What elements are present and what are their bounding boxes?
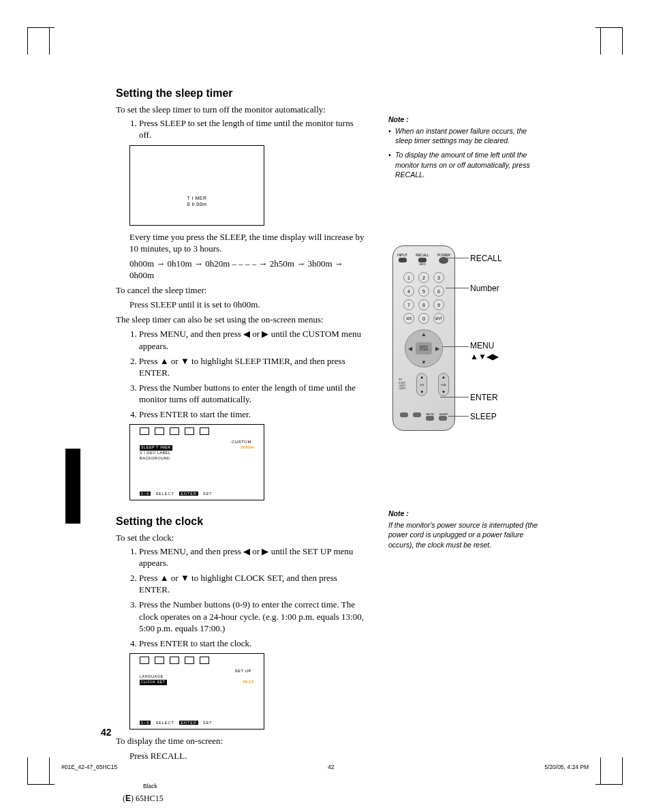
remote-illustration: INPUT RECALLINFO POWER 123 456 789 1000E… <box>392 245 455 431</box>
clock-step-3: Press the Number buttons (0-9) to enter … <box>139 599 368 635</box>
clock-step-1: Press MENU, and then press ◀ or ▶ until … <box>139 545 368 569</box>
footer-page: 42 <box>328 764 334 770</box>
osd-row-clock-val: 09:25 <box>243 680 254 685</box>
menu-step-2: Press ▲ or ▼ to highlight SLEEP TIMER, a… <box>139 355 368 379</box>
footer-file: #01E_42-47_65HC15 <box>61 764 117 770</box>
clock-step-2: Press ▲ or ▼ to highlight CLOCK SET, and… <box>139 572 368 596</box>
note-2-heading: Note : <box>388 509 542 519</box>
remote-label-arrows: ▲▼◀▶ <box>470 352 499 361</box>
dpad-icon: ▲▼◀▶ MENUENTER <box>405 329 443 367</box>
time-sequence: 0h00m → 0h10m → 0h20m – – – – → 2h50m → … <box>129 258 368 282</box>
osd-row-sleep: SLEEP T IMER <box>140 445 172 451</box>
menu-step-4: Press ENTER to start the timer. <box>139 408 368 421</box>
cancel-text: Press SLEEP until it is set to 0h00m. <box>129 299 368 311</box>
heading-clock: Setting the clock <box>116 515 368 528</box>
menu-step-1: Press MENU, and then press ◀ or ▶ until … <box>139 328 368 352</box>
heading-sleep-timer: Setting the sleep timer <box>116 87 368 100</box>
side-tab-bg <box>65 449 80 524</box>
side-tab: Operating your Monitor <box>74 370 93 451</box>
osd-timer-value: 0 h 00m <box>130 201 264 207</box>
footer-black: Black <box>143 783 157 790</box>
osd-custom-box: CUSTOM SLEEP T IMER2h00m V I DEO LABEL B… <box>129 424 264 500</box>
note-2: Note : If the monitor's power source is … <box>388 509 542 550</box>
footer-trim: #01E_42-47_65HC15 42 5/20/05, 4:24 PM <box>61 764 589 770</box>
remote-label-enter: ENTER <box>470 393 498 402</box>
also-text: The sleep timer can also be set using th… <box>116 314 368 326</box>
intro-2: To set the clock: <box>116 532 368 544</box>
osd-row-video: V I DEO LABEL <box>140 451 170 456</box>
clock-step-4: Press ENTER to start the clock. <box>139 637 368 650</box>
note-2-text: If the monitor's power source is interru… <box>388 520 542 550</box>
footer-model: (E) 65HC15 <box>123 794 164 804</box>
note-1a: When an instant power failure occurs, th… <box>388 126 542 146</box>
display-time-text: Press RECALL. <box>129 750 368 762</box>
osd-row-language: LANGUAGE <box>140 674 164 680</box>
remote-label-menu: MENU <box>470 341 494 350</box>
after-1a: Every time you press the SLEEP, the time… <box>129 231 368 255</box>
osd-timer-box: T I MER 0 h 00m <box>129 145 264 226</box>
osd-setup-box: SET UP LANGUAGE CLOCK SET09:25 0~9: SELE… <box>129 653 264 730</box>
osd-timer-label: T I MER <box>130 195 264 201</box>
remote-label-sleep: SLEEP <box>470 412 497 421</box>
osd-setup-title: SET UP <box>234 669 251 673</box>
osd-row-bg: BACKGROUND <box>140 456 170 462</box>
menu-step-3: Press the Number buttons to enter the le… <box>139 382 368 406</box>
step-1: Press SLEEP to set the length of time un… <box>139 117 368 141</box>
remote-label-recall: RECALL <box>470 254 502 263</box>
osd-custom-title: CUSTOM <box>232 440 251 444</box>
note-1b: To display the amount of time left until… <box>388 150 542 180</box>
footer-date: 5/20/05, 4:24 PM <box>544 764 589 770</box>
intro-1: To set the sleep timer to turn off the m… <box>116 104 368 116</box>
note-1: Note : When an instant power failure occ… <box>388 115 542 184</box>
note-1-heading: Note : <box>388 115 542 125</box>
remote-label-number: Number <box>470 284 499 293</box>
osd-row-clock: CLOCK SET <box>140 680 167 685</box>
cancel-heading: To cancel the sleep timer: <box>116 284 368 297</box>
osd-row-sleep-val: 2h00m <box>241 445 254 451</box>
page-number: 42 <box>101 727 112 738</box>
display-time-heading: To display the time on-screen: <box>116 735 368 747</box>
